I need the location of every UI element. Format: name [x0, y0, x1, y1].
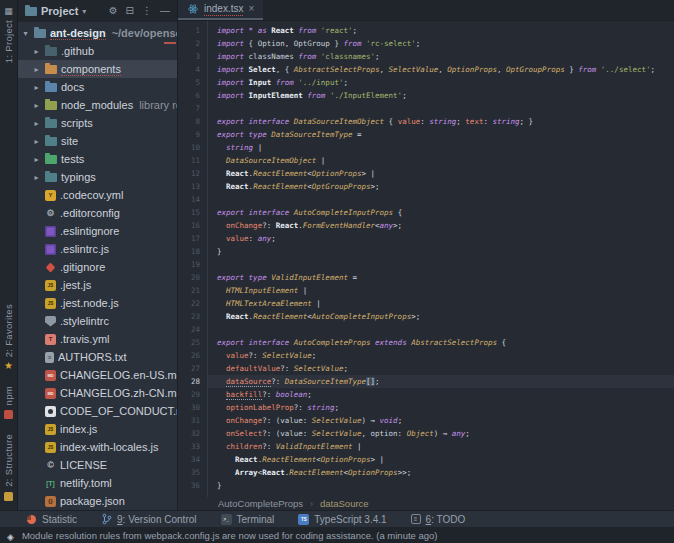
code-line[interactable]: onSelect?: (value: SelectValue, option: … — [208, 427, 674, 440]
tool-button-project[interactable]: 1: Project — [3, 5, 15, 63]
tree-item-LICENSE[interactable]: LICENSE — [18, 456, 177, 474]
chevron-collapsed-icon[interactable]: ▸ — [32, 119, 41, 128]
line-number[interactable]: 21 — [178, 284, 200, 297]
tool-button-todo[interactable]: 6: TODO — [411, 514, 466, 525]
code-line[interactable] — [208, 102, 674, 115]
line-number[interactable]: 22 — [178, 297, 200, 310]
code-line[interactable]: DataSourceItemObject | — [208, 154, 674, 167]
code-line[interactable]: import InputElement from './InputElement… — [208, 89, 674, 102]
code-editor[interactable]: import * as React from 'react';import { … — [208, 21, 674, 497]
tree-item-tests[interactable]: ▸tests — [18, 150, 177, 168]
line-number[interactable]: 13 — [178, 180, 200, 193]
tool-button-favorites[interactable]: 2: Favorites — [3, 304, 15, 372]
tree-item-index.js[interactable]: index.js — [18, 420, 177, 438]
tool-button-structure[interactable]: 2: Structure — [3, 434, 15, 502]
line-number[interactable]: 11 — [178, 154, 200, 167]
tree-item-node_modules[interactable]: ▸node_moduleslibrary root — [18, 96, 177, 114]
hide-panel-icon[interactable]: — — [160, 6, 170, 16]
code-line[interactable] — [208, 323, 674, 336]
line-number[interactable]: 18 — [178, 245, 200, 258]
line-number[interactable]: 9 — [178, 128, 200, 141]
chevron-collapsed-icon[interactable]: ▸ — [32, 155, 41, 164]
tree-item-.editorconfig[interactable]: .editorconfig — [18, 204, 177, 222]
tree-item-CHANGELOG.en-US.md[interactable]: CHANGELOG.en-US.md — [18, 366, 177, 384]
tree-item-AUTHORS.txt[interactable]: AUTHORS.txt — [18, 348, 177, 366]
line-number[interactable]: 23 — [178, 310, 200, 323]
tree-item-site[interactable]: ▸site — [18, 132, 177, 150]
tree-item-CODE_OF_CONDUCT.md[interactable]: CODE_OF_CONDUCT.md — [18, 402, 177, 420]
tree-item-index-with-locales.js[interactable]: index-with-locales.js — [18, 438, 177, 456]
code-line[interactable]: onChange?: (value: SelectValue) ⇒ void; — [208, 414, 674, 427]
code-line[interactable]: React.ReactElement<AutoCompleteInputProp… — [208, 310, 674, 323]
line-number[interactable]: 2 — [178, 37, 200, 50]
code-line[interactable]: string | — [208, 141, 674, 154]
tree-item-.stylelintrc[interactable]: .stylelintrc — [18, 312, 177, 330]
code-line[interactable]: } — [208, 245, 674, 258]
code-line[interactable]: backfill?: boolean; — [208, 388, 674, 401]
code-line[interactable] — [208, 258, 674, 271]
line-number[interactable]: 10 — [178, 141, 200, 154]
code-line[interactable]: React.ReactElement<OptionProps> | — [208, 167, 674, 180]
gutter[interactable]: 1234567891011121314151617181920212223242… — [178, 21, 208, 497]
tree-item-components[interactable]: ▸components — [18, 60, 177, 78]
line-number[interactable]: 12 — [178, 167, 200, 180]
line-number[interactable]: 24 — [178, 323, 200, 336]
code-line[interactable]: children?: ValidInputElement | — [208, 440, 674, 453]
tree-item-docs[interactable]: ▸docs — [18, 78, 177, 96]
code-line[interactable]: React.ReactElement<OptionProps> | — [208, 453, 674, 466]
line-number[interactable]: 32 — [178, 427, 200, 440]
chevron-collapsed-icon[interactable]: ▸ — [32, 173, 41, 182]
tree-item-.eslintrc.js[interactable]: .eslintrc.js — [18, 240, 177, 258]
chevron-collapsed-icon[interactable]: ▸ — [32, 137, 41, 146]
line-number[interactable]: 6 — [178, 89, 200, 102]
tree-item-.gitignore[interactable]: .gitignore — [18, 258, 177, 276]
chevron-collapsed-icon[interactable]: ▸ — [32, 101, 41, 110]
tool-button-version-control[interactable]: 9: Version Control — [101, 514, 197, 525]
line-number[interactable]: 8 — [178, 115, 200, 128]
tool-button-npm[interactable]: npm — [3, 386, 15, 420]
line-number[interactable]: 30 — [178, 401, 200, 414]
line-number[interactable]: 3 — [178, 50, 200, 63]
code-line[interactable]: HTMLInputElement | — [208, 284, 674, 297]
code-line[interactable]: import classNames from 'classnames'; — [208, 50, 674, 63]
collapse-all-icon[interactable]: ⊟ — [126, 6, 134, 16]
code-line[interactable]: value?: SelectValue; — [208, 349, 674, 362]
tree-item-.jest.node.js[interactable]: .jest.node.js — [18, 294, 177, 312]
line-number[interactable]: 15 — [178, 206, 200, 219]
line-number[interactable]: 25 — [178, 336, 200, 349]
code-line[interactable]: } — [208, 479, 674, 492]
code-line[interactable]: import Select, { AbstractSelectProps, Se… — [208, 63, 674, 76]
code-line[interactable]: import Input from '../input'; — [208, 76, 674, 89]
line-number[interactable]: 14 — [178, 193, 200, 206]
project-panel-title[interactable]: Project — [41, 5, 78, 17]
code-line[interactable]: export interface DataSourceItemObject { … — [208, 115, 674, 128]
tool-button-terminal[interactable]: Terminal — [221, 514, 275, 525]
breadcrumb-item-dataSource[interactable]: dataSource — [320, 498, 369, 509]
tree-item-.travis.yml[interactable]: .travis.yml — [18, 330, 177, 348]
tree-item-ant-design[interactable]: ▾ant-design~/dev/opensource/an — [18, 24, 177, 42]
code-line[interactable]: export interface AutoCompleteProps exten… — [208, 336, 674, 349]
tool-button-typescript[interactable]: TypeScript 3.4.1 — [298, 514, 386, 525]
breadcrumb-item-AutoCompleteProps[interactable]: AutoCompleteProps — [218, 498, 303, 509]
code-line[interactable]: optionLabelProp?: string; — [208, 401, 674, 414]
tree-item-.eslintignore[interactable]: .eslintignore — [18, 222, 177, 240]
line-number[interactable]: 16 — [178, 219, 200, 232]
chevron-collapsed-icon[interactable]: ▸ — [32, 47, 41, 56]
chevron-expanded-icon[interactable]: ▾ — [21, 29, 30, 38]
tree-item-.github[interactable]: ▸.github — [18, 42, 177, 60]
tree-item-.jest.js[interactable]: .jest.js — [18, 276, 177, 294]
code-line[interactable]: import { Option, OptGroup } from 'rc-sel… — [208, 37, 674, 50]
tool-button-statistic[interactable]: Statistic — [26, 514, 77, 525]
line-number[interactable]: 5 — [178, 76, 200, 89]
line-number[interactable]: 20 — [178, 271, 200, 284]
code-line[interactable]: defaultValue?: SelectValue; — [208, 362, 674, 375]
tree-item-CHANGELOG.zh-CN.md[interactable]: CHANGELOG.zh-CN.md — [18, 384, 177, 402]
event-log-icon[interactable] — [7, 526, 14, 543]
code-line[interactable]: export type DataSourceItemType = — [208, 128, 674, 141]
line-number[interactable]: 34 — [178, 453, 200, 466]
tree-item-.codecov.yml[interactable]: .codecov.yml — [18, 186, 177, 204]
code-line[interactable]: value: any; — [208, 232, 674, 245]
tree-item-typings[interactable]: ▸typings — [18, 168, 177, 186]
code-line[interactable]: export type ValidInputElement = — [208, 271, 674, 284]
code-line[interactable] — [208, 193, 674, 206]
